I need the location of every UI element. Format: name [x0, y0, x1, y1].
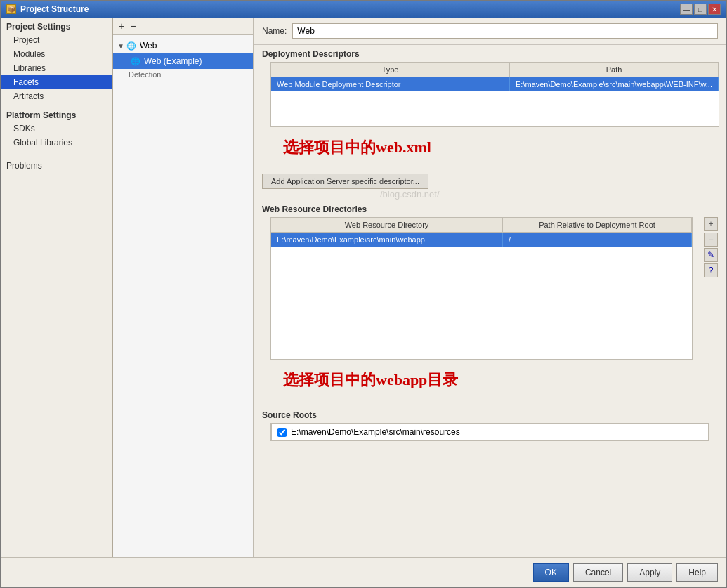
close-button[interactable]: ✕ — [708, 4, 721, 15]
sidebar-item-problems[interactable]: Problems — [1, 150, 112, 172]
wr-table-body — [271, 247, 692, 359]
source-root-path: E:\maven\Demo\Example\src\main\resources — [291, 427, 460, 437]
add-wr-btn[interactable]: + — [704, 217, 718, 231]
wr-row-relative-path: / — [503, 233, 692, 247]
tree-web-example[interactable]: 🌐 Web (Example) — [113, 53, 253, 69]
sidebar-item-modules[interactable]: Modules — [1, 47, 112, 61]
sr-outer: E:\maven\Demo\Example\src\main\resources — [262, 423, 718, 441]
project-settings-section: Project Settings — [1, 18, 112, 33]
web-icon: 🌐 — [126, 40, 137, 51]
apply-button[interactable]: Apply — [627, 563, 672, 582]
sidebar-item-libraries[interactable]: Libraries — [1, 61, 112, 75]
edit-wr-btn[interactable]: ✎ — [704, 248, 718, 262]
tree-web-label: Web — [140, 41, 157, 51]
deployment-row-type: Web Module Deployment Descriptor — [271, 77, 510, 91]
deployment-descriptors-header: Deployment Descriptors — [254, 45, 726, 62]
window-title: Project Structure — [20, 4, 89, 14]
detection-label: Detection — [113, 69, 253, 80]
annotation-webapp: 选择项目中的webapp目录 — [262, 360, 718, 400]
sr-table-container: E:\maven\Demo\Example\src\main\resources — [270, 423, 709, 441]
source-roots-section: Source Roots E:\maven\Demo\Example\src\m… — [254, 406, 726, 441]
help-button[interactable]: Help — [676, 563, 718, 582]
sidebar-item-global-libraries[interactable]: Global Libraries — [1, 136, 112, 150]
window-icon: 📦 — [6, 4, 16, 14]
name-field-label: Name: — [262, 26, 287, 36]
wr-dir-column-header: Web Resource Directory — [271, 218, 503, 232]
wr-table-header: Web Resource Directory Path Relative to … — [271, 218, 692, 233]
tree-web-example-label: Web (Example) — [144, 56, 202, 66]
title-bar-controls: — □ ✕ — [680, 4, 721, 15]
sidebar: Project Settings Project Modules Librari… — [1, 18, 113, 557]
name-row: Name: — [254, 18, 726, 45]
deployment-table-body — [271, 91, 719, 126]
right-detail-panel: Name: Deployment Descriptors Type Path — [254, 18, 726, 557]
ok-button[interactable]: OK — [533, 563, 569, 582]
remove-wr-btn[interactable]: − — [704, 233, 718, 247]
minimize-button[interactable]: — — [680, 4, 693, 15]
sidebar-item-facets[interactable]: Facets — [1, 75, 112, 89]
add-btn-wrapper: Add Application Server specific descript… — [254, 168, 726, 195]
deployment-table-row[interactable]: Web Module Deployment Descriptor E:\mave… — [271, 77, 719, 91]
web-resource-header: Web Resource Directories — [254, 200, 726, 217]
deployment-table-container: Type Path Web Module Deployment Descript… — [270, 62, 719, 127]
tree-toolbar: + − — [113, 18, 253, 35]
sidebar-item-sdks[interactable]: SDKs — [1, 122, 112, 136]
remove-facet-button[interactable]: − — [129, 20, 137, 32]
wr-table-container: Web Resource Directory Path Relative to … — [270, 217, 693, 360]
help-wr-btn[interactable]: ? — [704, 263, 718, 277]
maximize-button[interactable]: □ — [694, 4, 707, 15]
sidebar-item-project[interactable]: Project — [1, 33, 112, 47]
wr-table-with-actions: Web Resource Directory Path Relative to … — [262, 217, 718, 360]
source-roots-header: Source Roots — [254, 406, 726, 423]
platform-settings-section: Platform Settings — [1, 103, 112, 122]
tree-web-root[interactable]: ▼ 🌐 Web — [113, 38, 253, 53]
title-bar-left: 📦 Project Structure — [6, 4, 89, 14]
wr-table-row[interactable]: E:\maven\Demo\Example\src\main\webapp / — [271, 233, 692, 247]
source-root-checkbox[interactable] — [277, 428, 287, 437]
deployment-table: Type Path Web Module Deployment Descript… — [262, 62, 726, 127]
sr-table-with-actions: E:\maven\Demo\Example\src\main\resources — [262, 423, 718, 441]
cancel-button[interactable]: Cancel — [573, 563, 623, 582]
wr-path-column-header: Path Relative to Deployment Root — [503, 218, 692, 232]
annotation-web-xml: 选择项目中的web.xml — [262, 127, 718, 168]
path-column-header: Path — [510, 63, 719, 77]
name-input[interactable] — [292, 23, 718, 39]
title-bar: 📦 Project Structure — □ ✕ — [1, 1, 726, 18]
source-root-row: E:\maven\Demo\Example\src\main\resources — [271, 424, 709, 440]
project-structure-window: 📦 Project Structure — □ ✕ Project Settin… — [0, 0, 727, 588]
wr-actions: + − ✎ ? — [704, 217, 718, 360]
wr-table: Web Resource Directory Path Relative to … — [262, 217, 701, 360]
deployment-row-path: E:\maven\Demo\Example\src\main\webapp\WE… — [510, 77, 719, 91]
web-resource-section: Web Resource Directories Web Resource Di… — [254, 200, 726, 400]
facets-tree: ▼ 🌐 Web 🌐 Web (Example) Detection — [113, 35, 253, 83]
facets-tree-panel: + − ▼ 🌐 Web 🌐 Web (Example) Detection — [113, 18, 254, 557]
sr-table: E:\maven\Demo\Example\src\main\resources — [262, 423, 718, 441]
web-example-icon: 🌐 — [130, 55, 141, 67]
wr-outer: Web Resource Directory Path Relative to … — [262, 217, 718, 400]
bottom-bar: OK Cancel Apply Help — [1, 557, 726, 587]
wr-row-directory: E:\maven\Demo\Example\src\main\webapp — [271, 233, 503, 247]
deployment-table-header: Type Path — [271, 63, 719, 77]
sidebar-item-artifacts[interactable]: Artifacts — [1, 89, 112, 103]
tree-arrow-icon: ▼ — [117, 42, 126, 50]
deployment-table-with-actions: Type Path Web Module Deployment Descript… — [262, 62, 718, 127]
add-app-server-descriptor-button[interactable]: Add Application Server specific descript… — [262, 174, 428, 189]
add-facet-button[interactable]: + — [117, 20, 126, 32]
deployment-descriptors-section: Type Path Web Module Deployment Descript… — [262, 62, 718, 168]
main-content: Project Settings Project Modules Librari… — [1, 18, 726, 557]
type-column-header: Type — [271, 63, 510, 77]
